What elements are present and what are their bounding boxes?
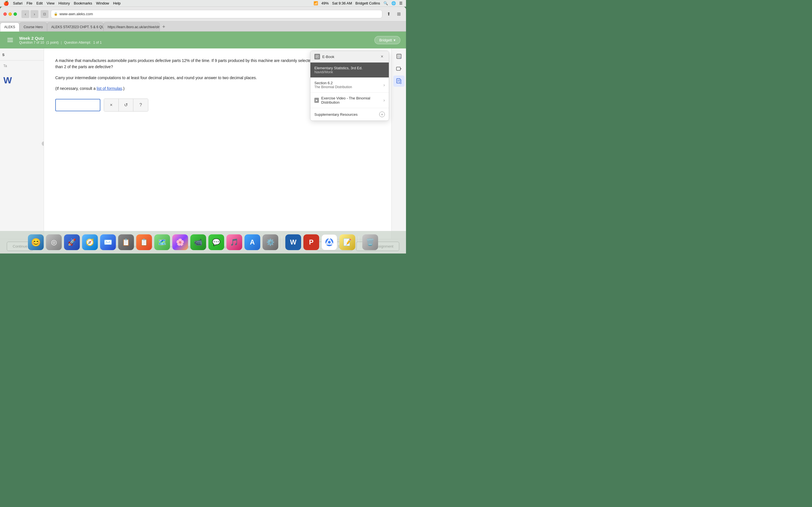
user-button[interactable]: Bridgett ▾ [374,36,400,44]
dock-launchpad[interactable]: 🚀 [64,234,80,250]
dock-finder[interactable]: 😊 [28,234,44,250]
tab-aleks[interactable]: ALEKS [0,22,19,32]
video-icon-button[interactable] [393,63,405,74]
maximize-button[interactable] [13,12,17,16]
aleks-header: Week 2 Quiz Question 7 of 10 (1 point) |… [0,32,406,48]
menu-help[interactable]: Help [113,1,121,5]
exercise-title: Exercise Video - The Binomial Distributi… [321,96,383,105]
user-dropdown-icon: ▾ [394,38,396,42]
svg-rect-8 [400,56,401,57]
ebook-section-item[interactable]: Section 6.2 The Binomial Distribution › [310,77,389,93]
wifi-icon[interactable]: 📶 [313,1,318,5]
new-tab-button[interactable]: ⊞ [395,10,403,18]
question-num: Question 7 of 10 [19,41,44,45]
help-button[interactable]: ? [133,99,148,111]
menu-window[interactable]: Window [96,1,109,5]
sidebar-large-text: W [3,76,40,85]
tab-coursehero[interactable]: Course Hero [19,22,47,31]
ebook-exercise-item[interactable]: ▶ Exercise Video - The Binomial Distribu… [310,93,389,108]
formula-prefix: (If necessary, consult a [55,86,97,91]
close-button[interactable] [3,12,7,16]
dock-reminders[interactable]: 📋 [136,234,152,250]
dock-safari[interactable]: 🧭 [82,234,98,250]
dock-maps[interactable]: 🗺️ [154,234,170,250]
dock-messages[interactable]: 💬 [208,234,224,250]
hamburger-line [7,41,13,42]
user-name: Bridgett [379,38,392,42]
ebook-panel: E-Book × Elementary Statistics, 3rd Ed. … [310,51,389,121]
clear-button[interactable]: × [104,99,119,111]
forward-button[interactable]: › [31,10,38,18]
hamburger-menu-button[interactable] [6,36,15,45]
dock-facetime[interactable]: 📹 [190,234,206,250]
menu-view[interactable]: View [47,1,54,5]
dock-notes-sticky[interactable]: 📋 [118,234,134,250]
section-title: Section 6.2 [314,81,352,85]
section-chevron-icon: › [384,82,385,88]
new-tab-plus-button[interactable]: + [160,23,168,31]
supplementary-title: Supplementary Resources [314,112,357,117]
ebook-title-row: E-Book [314,54,335,59]
dock-word[interactable]: W [285,234,301,250]
meta-divider: | [61,41,62,45]
dock-siri[interactable]: ◎ [46,234,62,250]
minimize-button[interactable] [8,12,12,16]
formula-link[interactable]: list of formulas [97,86,122,91]
formula-suffix: .) [122,86,124,91]
dock-mail[interactable]: ✉️ [100,234,116,250]
browser-tabs: ALEKS Course Hero ALEKS STAT2023 CHPT. 5… [0,21,406,32]
search-icon[interactable]: 🔍 [384,1,388,5]
controlcenter-icon[interactable]: ☰ [399,1,403,5]
menu-edit[interactable]: Edit [36,1,43,5]
apple-menu[interactable]: 🍎 [3,1,9,6]
battery-indicator: 49% [321,1,329,5]
dock-chrome[interactable] [321,234,337,250]
menu-safari[interactable]: Safari [13,1,22,5]
svg-rect-6 [397,56,398,57]
ebook-header: E-Book × [310,51,389,62]
browser-titlebar: ‹ › ⊡ 🔒 www-awn.aleks.com ⬆ ⊞ [0,7,406,21]
right-icon-sidebar [391,48,406,239]
dock-notes[interactable]: 📝 [340,234,355,250]
siri-icon[interactable]: 🌐 [391,1,396,5]
sidebar-heading: S [0,51,44,59]
svg-point-20 [328,241,331,244]
dock-photos[interactable]: 🌸 [172,234,188,250]
calculator-icon-button[interactable] [393,51,405,62]
play-icon: ▶ [314,98,319,103]
tab-flashcards[interactable]: ALEKS STAT2023 CHPT. 5 & 6 QUIZ Flashcar… [47,22,103,31]
ebook-icon-button[interactable] [393,75,405,87]
quiz-title: Week 2 Quiz [19,36,370,41]
address-bar[interactable]: 🔒 www-awn.aleks.com [51,10,382,18]
svg-marker-13 [400,68,402,69]
address-text: www-awn.aleks.com [59,12,93,16]
lock-icon: 🔒 [54,12,58,16]
menu-history[interactable]: History [58,1,70,5]
menu-file[interactable]: File [27,1,33,5]
nav-buttons: ‹ › [21,10,38,18]
ebook-book-info: Elementary Statistics, 3rd Ed. Navidi/Mo… [310,62,389,77]
svg-rect-10 [398,57,399,58]
dock-appstore[interactable]: A [245,234,260,250]
share-button[interactable]: ⬆ [385,10,393,18]
ebook-close-button[interactable]: × [379,54,385,59]
back-button[interactable]: ‹ [21,10,29,18]
tab-lboro[interactable]: https://learn.lboro.ac.uk/archive/olmp/o… [103,22,160,31]
page-body: S Ta W › A machine that manufactures aut… [0,48,406,239]
dock-system-prefs[interactable]: ⚙️ [262,234,278,250]
menu-bookmarks[interactable]: Bookmarks [74,1,92,5]
dock-trash[interactable]: 🗑️ [362,234,378,250]
ebook-supplementary[interactable]: Supplementary Resources + [310,108,389,121]
menubar-right: 📶 49% Sat 9:36 AM Bridgett Collins 🔍 🌐 ☰ [313,1,403,5]
dock-powerpoint[interactable]: P [303,234,319,250]
sidebar-tab-label: Ta [0,62,44,70]
dock-music[interactable]: 🎵 [226,234,242,250]
tab-view-button[interactable]: ⊡ [41,10,49,18]
attempt-label: Question Attempt: [64,41,91,45]
undo-button[interactable]: ↺ [119,99,133,111]
dock-separator [282,236,282,248]
ebook-title-label: E-Book [322,55,335,59]
quiz-meta: Question 7 of 10 (1 point) | Question At… [19,41,370,45]
scroll-toggle[interactable]: › [42,142,44,146]
answer-input[interactable] [55,99,100,111]
